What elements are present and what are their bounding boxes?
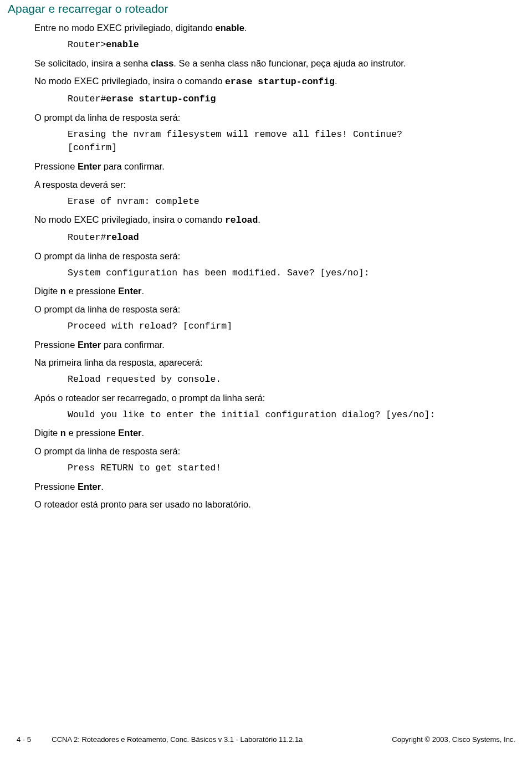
bold-text: Enter [78, 161, 101, 171]
code-block: System configuration has been modified. … [68, 267, 515, 280]
text: Pressione [34, 482, 78, 491]
text: e pressione [66, 286, 118, 296]
footer-doc-title: CCNA 2: Roteadores e Roteamento, Conc. B… [52, 735, 303, 744]
bold-text: Enter [118, 286, 141, 296]
text: Digite [34, 428, 60, 438]
paragraph: No modo EXEC privilegiado, insira o coma… [34, 74, 515, 89]
paragraph: No modo EXEC privilegiado, insira o coma… [34, 213, 515, 228]
text: . [142, 428, 145, 438]
paragraph: O prompt da linha de resposta será: [34, 444, 515, 458]
paragraph: Após o roteador ser recarregado, o promp… [34, 391, 515, 405]
text: No modo EXEC privilegiado, insira o coma… [34, 76, 225, 86]
code-bold: erase startup-config [106, 94, 216, 104]
page-footer: 4 - 5 CCNA 2: Roteadores e Roteamento, C… [17, 735, 515, 744]
text: Pressione [34, 161, 78, 171]
code-block: Router#erase startup-config [68, 93, 515, 106]
code-text: Router> [68, 39, 106, 50]
code-text: Router# [68, 232, 106, 243]
text: Pressione [34, 340, 78, 350]
paragraph: Entre no modo EXEC privilegiado, digitan… [34, 21, 515, 35]
paragraph: O prompt da linha de resposta será: [34, 303, 515, 316]
code-bold: enable [106, 39, 139, 50]
code-block: Router#reload [68, 231, 515, 245]
text: . [335, 76, 337, 86]
paragraph: Pressione Enter. [34, 480, 515, 494]
paragraph: Digite n e pressione Enter. [34, 284, 515, 298]
code-bold: reload [106, 232, 139, 243]
text: . [101, 482, 104, 491]
text: . [244, 23, 247, 33]
text: No modo EXEC privilegiado, insira o coma… [34, 214, 225, 224]
text: Digite [34, 286, 60, 296]
bold-text: enable [216, 23, 244, 33]
bold-text: Enter [118, 428, 141, 438]
bold-text: Enter [78, 340, 101, 350]
body-content: Entre no modo EXEC privilegiado, digitan… [34, 21, 515, 511]
text: . Se a senha class não funcionar, peça a… [173, 58, 406, 68]
mono-bold: reload [225, 215, 258, 226]
paragraph: O roteador está pronto para ser usado no… [34, 498, 515, 511]
paragraph: Se solicitado, insira a senha class. Se … [34, 57, 515, 70]
text: e pressione [66, 428, 118, 438]
paragraph: O prompt da linha de resposta será: [34, 249, 515, 263]
text: . [142, 286, 145, 296]
code-block: Press RETURN to get started! [68, 462, 515, 475]
paragraph: Na primeira linha da resposta, aparecerá… [34, 356, 515, 370]
footer-copyright: Copyright © 2003, Cisco Systems, Inc. [392, 735, 515, 744]
paragraph: O prompt da linha de resposta será: [34, 111, 515, 125]
text: . [258, 214, 260, 224]
paragraph: Pressione Enter para confirmar. [34, 338, 515, 352]
footer-left-group: 4 - 5 CCNA 2: Roteadores e Roteamento, C… [17, 735, 303, 744]
text: Entre no modo EXEC privilegiado, digitan… [34, 23, 216, 33]
code-block: Router>enable [68, 38, 515, 52]
section-title: Apagar e recarregar o roteador [8, 2, 515, 16]
code-block: Proceed with reload? [confirm] [68, 320, 515, 334]
code-block: Would you like to enter the initial conf… [68, 408, 515, 422]
text: para confirmar. [101, 340, 165, 350]
text: Se solicitado, insira a senha [34, 58, 151, 68]
code-text: Router# [68, 94, 106, 104]
code-block: Erase of nvram: complete [68, 195, 515, 209]
paragraph: Pressione Enter para confirmar. [34, 160, 515, 173]
code-block: Erasing the nvram filesystem will remove… [68, 128, 515, 156]
bold-text: n [60, 286, 66, 296]
bold-text: class [151, 58, 173, 68]
bold-text: Enter [78, 482, 101, 491]
paragraph: A resposta deverá ser: [34, 178, 515, 192]
page: Apagar e recarregar o roteador Entre no … [0, 0, 532, 758]
paragraph: Digite n e pressione Enter. [34, 426, 515, 440]
code-block: Reload requested by console. [68, 373, 515, 387]
footer-page-number: 4 - 5 [17, 735, 31, 744]
bold-text: n [60, 428, 66, 438]
mono-bold: erase startup-config [225, 76, 335, 87]
text: para confirmar. [101, 161, 165, 171]
